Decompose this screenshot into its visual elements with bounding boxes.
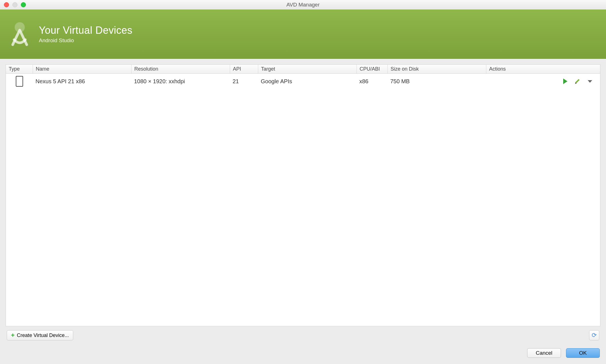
- cell-api: 21: [230, 76, 258, 87]
- footer-buttons: Cancel OK: [0, 344, 606, 364]
- column-type[interactable]: Type: [6, 65, 33, 73]
- table-body: Nexus 5 API 21 x86 1080 × 1920: xxhdpi 2…: [6, 74, 600, 326]
- cell-resolution: 1080 × 1920: xxhdpi: [131, 76, 230, 87]
- ok-button[interactable]: OK: [566, 348, 600, 358]
- cancel-button[interactable]: Cancel: [527, 348, 561, 358]
- cell-actions: [486, 76, 600, 87]
- create-virtual-device-button[interactable]: + Create Virtual Device...: [7, 330, 73, 340]
- avd-menu-button[interactable]: [587, 78, 593, 84]
- column-resolution[interactable]: Resolution: [131, 65, 230, 73]
- header-banner: Your Virtual Devices Android Studio: [0, 10, 606, 59]
- phone-icon: [16, 76, 23, 87]
- cell-cpu: x86: [357, 76, 387, 87]
- chevron-down-icon: [588, 80, 592, 83]
- plus-icon: +: [11, 332, 15, 338]
- create-button-label: Create Virtual Device...: [17, 332, 69, 338]
- cell-type: [6, 74, 33, 89]
- device-table: Type Name Resolution API Target CPU/ABI …: [6, 64, 600, 326]
- android-studio-compass-icon: [6, 20, 34, 48]
- content-area: Type Name Resolution API Target CPU/ABI …: [0, 59, 606, 344]
- column-name[interactable]: Name: [33, 65, 131, 73]
- refresh-button[interactable]: ⟳: [589, 330, 599, 340]
- table-bottom-bar: + Create Virtual Device... ⟳: [6, 326, 600, 341]
- zoom-window-button[interactable]: [21, 2, 26, 7]
- cell-size: 750 MB: [387, 76, 486, 87]
- refresh-icon: ⟳: [592, 332, 597, 339]
- window-title: AVD Manager: [286, 2, 320, 8]
- table-row[interactable]: Nexus 5 API 21 x86 1080 × 1920: xxhdpi 2…: [6, 74, 600, 89]
- table-header: Type Name Resolution API Target CPU/ABI …: [6, 65, 600, 74]
- window-controls: [0, 2, 26, 7]
- launch-avd-button[interactable]: [562, 78, 568, 84]
- close-window-button[interactable]: [4, 2, 9, 7]
- pencil-icon: [575, 79, 580, 84]
- page-subtitle: Android Studio: [39, 37, 132, 44]
- column-actions[interactable]: Actions: [486, 65, 600, 73]
- column-size[interactable]: Size on Disk: [387, 65, 486, 73]
- column-api[interactable]: API: [230, 65, 258, 73]
- banner-text: Your Virtual Devices Android Studio: [39, 24, 132, 44]
- titlebar: AVD Manager: [0, 0, 606, 10]
- column-cpu[interactable]: CPU/ABI: [357, 65, 387, 73]
- avd-manager-window: AVD Manager Your Virtual Devices Android…: [0, 0, 606, 364]
- page-title: Your Virtual Devices: [39, 24, 132, 36]
- cell-name: Nexus 5 API 21 x86: [33, 76, 131, 87]
- play-icon: [563, 78, 567, 84]
- edit-avd-button[interactable]: [574, 78, 581, 84]
- column-target[interactable]: Target: [258, 65, 357, 73]
- cell-target: Google APIs: [258, 76, 357, 87]
- minimize-window-button[interactable]: [12, 2, 17, 7]
